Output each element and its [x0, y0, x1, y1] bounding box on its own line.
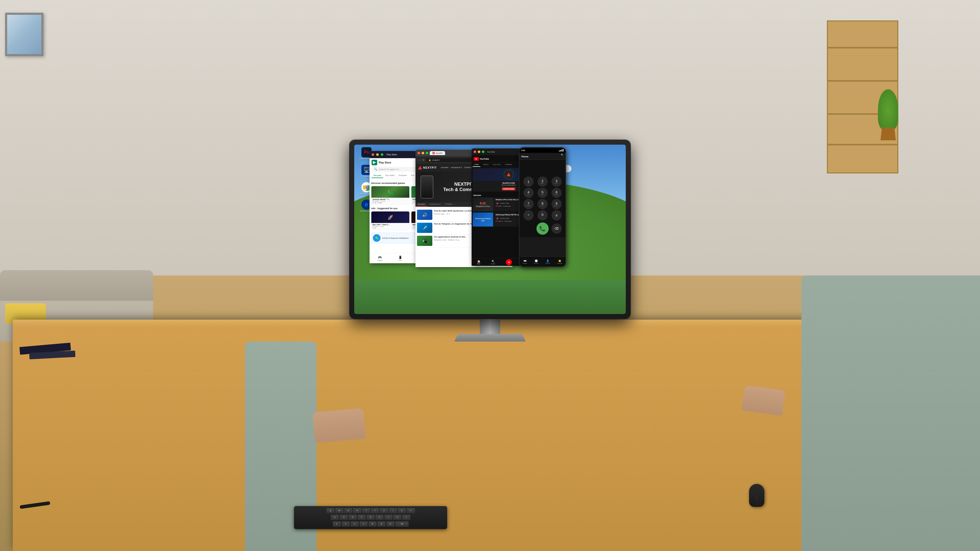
tab-actualites[interactable]: Actualités: [415, 202, 427, 206]
key-k[interactable]: K: [393, 515, 401, 520]
nav-apps[interactable]: 📱 Apps: [398, 256, 402, 261]
key-g[interactable]: G: [366, 515, 375, 520]
yt-nav-add[interactable]: +: [506, 259, 512, 265]
phone-nav-keypad[interactable]: ⌨️ Keypad: [523, 259, 527, 264]
key-w[interactable]: W: [335, 508, 344, 514]
yt-nav-explore[interactable]: 🔍 Explore: [491, 260, 495, 265]
dial-key-star[interactable]: *: [523, 210, 534, 221]
tab-foryou[interactable]: For you: [372, 173, 383, 178]
key-z[interactable]: Z: [333, 521, 341, 527]
chrome-min-btn[interactable]: [422, 152, 424, 154]
yt-min-btn[interactable]: [478, 151, 480, 153]
chrome-close-btn[interactable]: [417, 152, 420, 154]
key-c[interactable]: C: [351, 521, 359, 527]
key-t[interactable]: T: [362, 508, 370, 514]
key-j[interactable]: J: [384, 515, 393, 520]
dial-key-7[interactable]: 7 PQRS: [523, 199, 534, 209]
dial-key-6[interactable]: 6 MNO: [552, 188, 562, 198]
nav-actualites[interactable]: Actualités: [441, 167, 449, 168]
tab-smartphones[interactable]: Smartphone ▾: [427, 202, 442, 206]
phone-app-header: Phone 🔍: [519, 153, 566, 160]
nav-smartphone[interactable]: Smartphone ▾: [451, 167, 462, 168]
key-f[interactable]: F: [358, 515, 366, 520]
yt-tab-playlists[interactable]: PLAYLISTS: [491, 163, 503, 167]
key-s[interactable]: S: [340, 515, 348, 520]
phone-app-title: Phone: [522, 156, 528, 158]
mouse-button-line: [757, 495, 757, 502]
phone-nav-contacts[interactable]: 👤 Contacts: [545, 259, 550, 264]
chrome-tab-label: NextPit: [436, 152, 442, 154]
subscribe-button[interactable]: SUBSCRIBE: [502, 187, 515, 190]
yt-nav-home[interactable]: 🏠 Home: [477, 260, 480, 265]
key-n[interactable]: N: [377, 521, 386, 527]
maximize-button[interactable]: [381, 153, 383, 156]
keypad-icon: ⌨️: [523, 259, 527, 262]
tab-topcharts[interactable]: Top charts: [383, 173, 396, 178]
dial-key-3[interactable]: 3 DEF: [552, 176, 562, 187]
yt-max-btn[interactable]: [482, 151, 484, 153]
dial-key-2[interactable]: 2 ABC: [538, 176, 548, 187]
nav-games[interactable]: 🎮 Games: [377, 256, 382, 261]
yt-tab-videos[interactable]: VIDEOS: [481, 163, 490, 167]
yt-title-text: YouTube: [487, 151, 495, 153]
phone-search-icon[interactable]: 🔍: [561, 154, 563, 156]
tab-premium[interactable]: Premium: [396, 173, 409, 178]
key-m[interactable]: M: [387, 521, 395, 527]
key-d[interactable]: D: [348, 515, 357, 520]
tab-cat[interactable]: Cat: [409, 173, 416, 178]
key-e[interactable]: E: [344, 508, 352, 514]
key-l[interactable]: L: [402, 515, 410, 520]
phone-nav-recents[interactable]: 🕐 Recents: [534, 259, 538, 264]
tab-connected[interactable]: CONNEC...: [442, 202, 456, 206]
key-v[interactable]: V: [360, 521, 368, 527]
search-icon: 🔍: [374, 168, 377, 171]
phone-nav-favorites[interactable]: ⭐ Favorites: [557, 259, 562, 264]
dial-key-0[interactable]: 0 +: [538, 210, 548, 221]
svg-point-3: [366, 186, 368, 188]
key-p[interactable]: P: [407, 508, 415, 514]
desktop-icon-label-desktop: Desktop: [363, 176, 370, 178]
key-h[interactable]: H: [375, 515, 383, 520]
refresh-icon[interactable]: ↻: [422, 159, 425, 162]
yt-logo: YouTube: [474, 157, 489, 161]
key-o[interactable]: O: [398, 508, 406, 514]
article-thumb-ikea: 🔊: [417, 210, 432, 220]
app-card-startrek[interactable]: 🚀 Star Trek™ Fleet C... Strategy · Causa…: [371, 211, 410, 230]
wall-picture: [5, 13, 43, 56]
monitor-screen: Ps Adobe Photoshop 🖥️ Desktop: [354, 144, 626, 314]
dial-key-hash[interactable]: #: [552, 210, 562, 221]
phone-signal-icon: [559, 149, 563, 151]
forward-icon[interactable]: ›: [420, 159, 421, 162]
dial-key-4[interactable]: 4 GHI: [523, 188, 534, 198]
app-rating-startrek: 4.1 ★: [372, 227, 408, 229]
chrome-tab[interactable]: NextPit: [430, 151, 445, 155]
minimize-button[interactable]: [376, 153, 379, 156]
dial-key-1[interactable]: 1: [523, 176, 534, 187]
key-y[interactable]: Y: [371, 508, 379, 514]
call-button[interactable]: 📞: [536, 222, 549, 235]
key-b[interactable]: B: [369, 521, 377, 527]
covid-icon: 🦠: [373, 234, 380, 242]
app-card-jurassic[interactable]: 🦕 Jurassic World™ T... Simulation · Casu…: [371, 186, 410, 205]
dial-key-9[interactable]: 9 WXYZ: [552, 199, 562, 209]
key-x[interactable]: X: [342, 521, 350, 527]
channel-avatar-small2: [496, 216, 499, 220]
key-q[interactable]: Q: [326, 508, 334, 514]
yt-tab-home[interactable]: HOME: [473, 163, 480, 167]
dial-spacer-left: [523, 224, 534, 233]
chrome-max-btn[interactable]: [426, 152, 428, 154]
key-a[interactable]: A: [331, 515, 339, 520]
dial-key-5[interactable]: 5 JKL: [538, 188, 548, 198]
yt-thumb-realme: tl;dr Realme 8 Pro: [473, 197, 493, 211]
close-button[interactable]: [372, 153, 374, 156]
dial-key-8[interactable]: 8 TUV: [538, 199, 548, 209]
delete-key-button[interactable]: ⌫: [552, 224, 562, 233]
key-backspace[interactable]: ⌫: [395, 521, 409, 527]
yt-tab-community[interactable]: COMMUN...: [503, 163, 515, 167]
yt-close-btn[interactable]: [474, 151, 476, 153]
mouse[interactable]: [749, 484, 764, 507]
key-u[interactable]: U: [380, 508, 388, 514]
key-i[interactable]: I: [389, 508, 397, 514]
key-r[interactable]: R: [353, 508, 361, 514]
back-icon[interactable]: ‹: [417, 159, 418, 162]
